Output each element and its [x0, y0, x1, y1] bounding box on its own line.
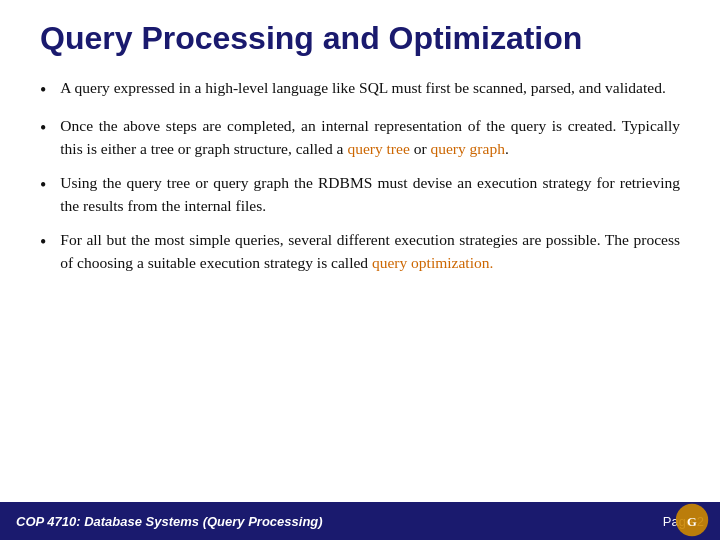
list-item: • For all but the most simple queries, s…: [40, 229, 680, 274]
highlight-query-tree: query tree: [347, 140, 409, 157]
bullet-dot: •: [40, 173, 46, 198]
list-item: • A query expressed in a high-level lang…: [40, 77, 680, 103]
slide-content: Query Processing and Optimization • A qu…: [0, 0, 720, 502]
highlight-query-graph: query graph: [430, 140, 504, 157]
bullet-text: A query expressed in a high-level langua…: [60, 77, 680, 99]
footer-course-label: COP 4710: Database Systems (Query Proces…: [16, 514, 323, 529]
bullet-list: • A query expressed in a high-level lang…: [40, 77, 680, 492]
slide-title: Query Processing and Optimization: [40, 20, 680, 57]
slide-footer: COP 4710: Database Systems (Query Proces…: [0, 502, 720, 540]
footer-wrapper: COP 4710: Database Systems (Query Proces…: [0, 502, 720, 540]
bullet-text: Once the above steps are completed, an i…: [60, 115, 680, 160]
list-item: • Using the query tree or query graph th…: [40, 172, 680, 217]
highlight-query-optimization: query optimization.: [372, 254, 493, 271]
bullet-dot: •: [40, 116, 46, 141]
list-item: • Once the above steps are completed, an…: [40, 115, 680, 160]
slide: Query Processing and Optimization • A qu…: [0, 0, 720, 540]
bullet-dot: •: [40, 230, 46, 255]
bullet-dot: •: [40, 78, 46, 103]
footer-logo-icon: G: [674, 502, 710, 538]
svg-text:G: G: [687, 515, 697, 529]
bullet-text: Using the query tree or query graph the …: [60, 172, 680, 217]
bullet-text: For all but the most simple queries, sev…: [60, 229, 680, 274]
